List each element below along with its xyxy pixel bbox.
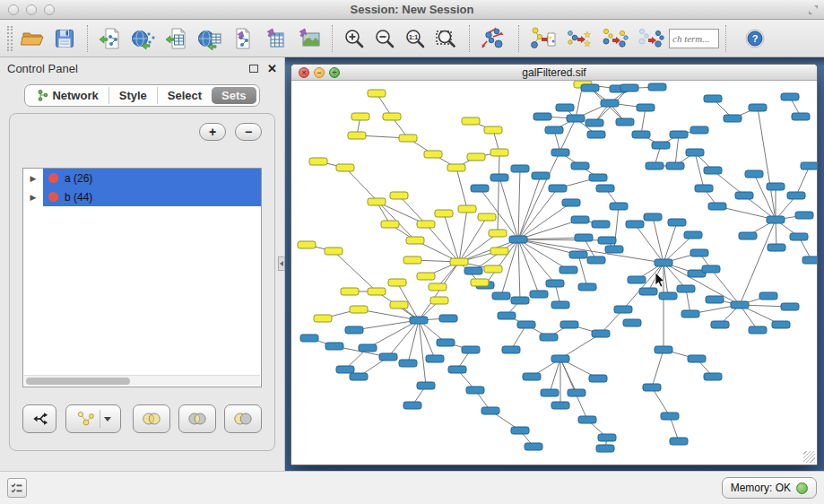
graph-node [792,113,810,120]
export-network-button[interactable] [227,25,259,52]
export-network-icon [231,27,255,50]
export-table-button[interactable] [259,25,291,52]
hide-unselected-button[interactable] [633,24,669,53]
zoom-in-button[interactable] [339,26,369,51]
graph-node [532,172,550,179]
toolbar-grip[interactable] [7,26,13,51]
close-window-button[interactable] [8,4,19,15]
panel-splitter-handle[interactable] [278,256,285,271]
graph-node [481,407,499,414]
graph-node [351,113,369,120]
import-table-url-button[interactable] [193,25,227,52]
set-row-a[interactable]: ▶ a (26) [23,169,261,187]
minimize-window-button[interactable] [26,4,37,15]
zoom-actual-size-button[interactable]: 1:1 [400,26,430,51]
graph-node [632,131,650,138]
graph-node [462,117,480,125]
memory-status-button[interactable]: Memory: OK [722,477,817,499]
graph-node [646,162,664,169]
select-first-neighbors-button[interactable] [597,24,633,53]
zoom-out-button[interactable] [369,26,400,51]
graph-node [379,353,397,361]
graph-node [489,230,507,237]
graph-node [309,158,327,165]
graph-node [623,319,641,326]
graph-node [567,115,585,122]
graph-node [341,288,359,295]
tab-select[interactable]: Select [158,87,212,104]
network-frame-title: galFiltered.sif [291,66,817,79]
graph-node [578,283,596,291]
graph-node [745,170,763,178]
new-network-from-selection-button[interactable] [525,24,561,53]
save-session-button[interactable] [48,25,81,52]
zoom-fit-selected-icon [435,28,458,49]
help-button[interactable]: ? [740,26,770,51]
close-panel-icon[interactable]: ✕ [267,63,277,74]
tab-network[interactable]: Network [28,87,108,104]
control-panel-title: Control Panel [7,62,78,75]
zoom-fit-selected-button[interactable] [430,26,463,51]
graph-node [655,346,672,353]
graph-node [403,402,421,409]
graph-node [471,279,489,286]
graph-node [592,330,610,337]
graph-node [568,389,585,396]
graph-node [790,233,808,240]
resize-grip-icon[interactable] [803,451,815,463]
create-set-from-network-button[interactable] [65,404,121,433]
dropdown-caret-icon[interactable] [104,417,111,421]
scrollbar-thumb[interactable] [26,378,130,385]
network-canvas[interactable] [291,81,817,465]
yellow-network-icon [76,410,96,428]
network-graph[interactable] [291,81,817,465]
graph-node [587,131,605,138]
zoom-window-button[interactable] [44,4,55,15]
apply-layout-button[interactable] [476,24,512,53]
network-tree-icon [38,90,48,101]
graph-node [466,387,484,394]
graph-node [801,162,817,169]
remove-set-button[interactable]: − [235,123,262,141]
network-frame[interactable]: × − + galFiltered.sif [291,64,818,465]
task-history-button[interactable] [7,478,27,498]
graph-node [759,292,777,300]
import-network-file-button[interactable] [94,25,126,52]
graph-node [592,221,610,228]
select-first-neighbors-icon [602,26,629,51]
import-network-url-button[interactable] [126,25,160,52]
graph-node [644,213,662,221]
float-panel-icon[interactable] [249,65,258,73]
graph-node [614,306,632,313]
add-set-button[interactable]: + [199,123,226,141]
union-sets-button[interactable] [133,404,170,433]
intersect-sets-button[interactable] [178,404,216,433]
graph-node [768,244,785,251]
graph-node [749,104,767,111]
graph-node [437,339,455,346]
set-row-b[interactable]: ▶ b (44) [23,187,261,206]
import-table-file-button[interactable] [160,25,193,52]
fullscreen-icon[interactable] [808,4,819,15]
difference-sets-button[interactable] [224,404,262,433]
graph-node [462,346,480,353]
set-label: a (26) [65,172,92,185]
network-frame-titlebar[interactable]: × − + galFiltered.sif [291,65,817,81]
expander-icon[interactable]: ▶ [23,193,43,202]
horizontal-scrollbar[interactable] [24,375,260,386]
expander-icon[interactable]: ▶ [23,174,43,183]
graph-node [724,115,742,122]
tab-sets[interactable]: Sets [212,87,256,104]
set-color-icon [48,173,58,183]
select-from-file-button[interactable] [561,24,597,53]
graph-node [424,151,442,158]
graph-node [626,221,644,228]
split-set-button[interactable] [22,404,56,433]
export-image-button[interactable] [291,25,325,52]
open-session-button[interactable] [16,25,48,52]
graph-node [795,212,813,219]
search-input[interactable] [669,29,719,48]
tab-style[interactable]: Style [109,87,158,104]
graph-node [429,283,447,291]
main-area: Control Panel ✕ Network [0,57,824,471]
